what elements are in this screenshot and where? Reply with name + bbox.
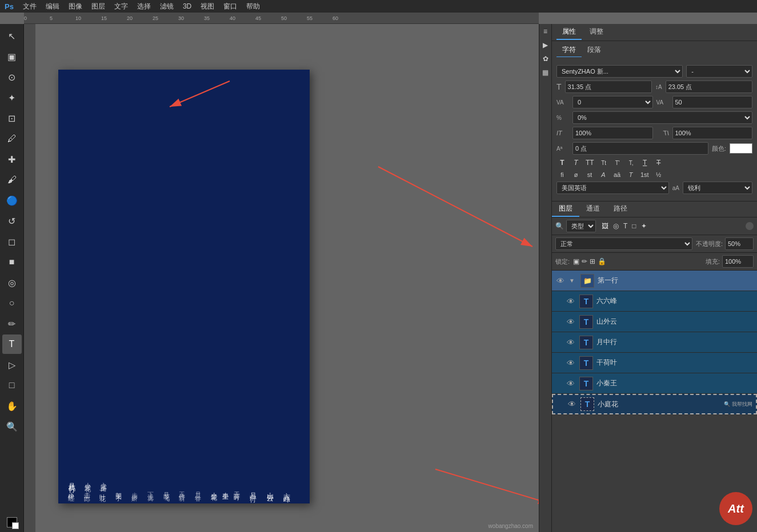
layer-item-4[interactable]: 👁 T 干荷叶 — [552, 353, 757, 373]
italic-btn[interactable]: T — [570, 158, 582, 168]
allcaps-btn[interactable]: TT — [584, 158, 596, 168]
zoom-tool[interactable]: 🔍 — [2, 417, 22, 436]
marquee-tool[interactable]: ▣ — [2, 47, 22, 66]
brush-tool[interactable]: 🖌 — [2, 170, 22, 190]
tab-properties[interactable]: 属性 — [556, 25, 582, 40]
type-tool[interactable]: T — [2, 334, 22, 354]
canvas-area[interactable]: 六六峰 山外云 月中行 干荷叶小秦王小庭花 月二春 玉竹斩 悬花飞 下洗篱 步步… — [35, 24, 539, 532]
color-swatch[interactable] — [730, 143, 752, 154]
menu-type[interactable]: 文字 — [114, 2, 128, 11]
eye-icon-3[interactable]: 👁 — [566, 338, 576, 347]
vert-scale-input[interactable] — [572, 127, 653, 139]
menu-help[interactable]: 帮助 — [246, 2, 260, 11]
lock-artboard-icon[interactable]: ⊞ — [590, 257, 595, 265]
move-tool[interactable]: ↖ — [2, 26, 22, 46]
eye-icon-1[interactable]: 👁 — [566, 297, 576, 306]
ligatures-btn[interactable]: fi — [556, 170, 568, 179]
fill-input[interactable] — [722, 255, 754, 268]
underline-btn[interactable]: T — [639, 158, 651, 168]
titling-btn[interactable]: aā — [611, 170, 623, 179]
layer-filter-smart[interactable]: ✦ — [640, 221, 648, 231]
font-family-select[interactable]: SentyZHAO 新... — [556, 65, 683, 78]
att-badge[interactable]: Att — [719, 492, 752, 525]
eyedropper-tool[interactable]: 🖊 — [2, 129, 22, 148]
layer-item-2[interactable]: 👁 T 山外云 — [552, 312, 757, 332]
lock-pixels-icon[interactable]: ▣ — [573, 257, 579, 265]
eye-icon-4[interactable]: 👁 — [566, 358, 576, 368]
contextual-btn[interactable]: T — [625, 170, 636, 179]
stamp-tool[interactable]: 🔵 — [2, 191, 22, 210]
menu-3d[interactable]: 3D — [183, 2, 191, 10]
horiz-scale-input[interactable] — [672, 127, 753, 139]
layer-filter-toggle[interactable] — [746, 222, 754, 230]
blend-mode-select[interactable]: 正常 — [555, 237, 692, 250]
pen-tool[interactable]: ✏ — [2, 314, 22, 333]
shape-tool[interactable]: □ — [2, 376, 22, 395]
blur-tool[interactable]: ◎ — [2, 273, 22, 292]
line-height-input[interactable] — [666, 80, 752, 93]
oldstyle-btn[interactable]: ø — [570, 170, 582, 179]
font-size-input[interactable] — [565, 80, 652, 93]
swash-btn[interactable]: A — [598, 170, 609, 179]
eye-icon-group[interactable]: 👁 — [555, 276, 566, 285]
properties-icon[interactable]: ≡ — [540, 26, 551, 37]
layer-type-filter[interactable]: 类型 — [566, 220, 596, 232]
menu-image[interactable]: 图像 — [69, 2, 82, 11]
crop-tool[interactable]: ⊡ — [2, 108, 22, 128]
menu-layer[interactable]: 图层 — [91, 2, 105, 11]
percent-select[interactable]: 0% — [572, 111, 752, 124]
fraction-btn[interactable]: ½ — [653, 170, 664, 179]
layer-item-1[interactable]: 👁 T 六六峰 — [552, 291, 757, 312]
menu-edit[interactable]: 编辑 — [46, 2, 59, 11]
eye-icon-2[interactable]: 👁 — [566, 317, 576, 327]
kerning-select[interactable]: 0 — [572, 96, 653, 108]
baseline-input[interactable] — [572, 142, 708, 155]
gradient-tool[interactable]: ■ — [2, 252, 22, 272]
layer-item-6[interactable]: 👁 T 小庭花 🔍 我帮找网 — [552, 394, 757, 414]
tab-paths[interactable]: 路径 — [607, 201, 634, 217]
tab-layers[interactable]: 图层 — [552, 201, 579, 217]
layer-filter-adj[interactable]: ◎ — [612, 221, 620, 231]
wand-tool[interactable]: ✦ — [2, 88, 22, 107]
history-tool[interactable]: ↺ — [2, 211, 22, 231]
layer-filter-shape[interactable]: □ — [631, 221, 637, 231]
play-icon[interactable]: ▶ — [540, 40, 551, 50]
menu-filter[interactable]: 滤镜 — [160, 2, 174, 11]
lasso-tool[interactable]: ⊙ — [2, 67, 22, 87]
menu-view[interactable]: 视图 — [201, 2, 214, 11]
ordinal-btn[interactable]: 1st — [639, 170, 651, 179]
tab-channels[interactable]: 通道 — [579, 201, 607, 217]
lock-all-icon[interactable]: 🔒 — [598, 257, 606, 265]
font-style-select[interactable]: - — [686, 65, 752, 78]
hand-tool[interactable]: ✋ — [2, 396, 22, 416]
layer-group-first-row[interactable]: 👁 ▼ 📁 第一行 — [552, 271, 757, 291]
path-select-tool[interactable]: ▷ — [2, 355, 22, 374]
antialias-select[interactable]: 锐利 — [683, 182, 752, 194]
subscript-btn[interactable]: T, — [626, 159, 637, 167]
layer-filter-image[interactable]: 🖼 — [600, 221, 610, 231]
grid-icon[interactable]: ▦ — [540, 67, 551, 78]
eraser-tool[interactable]: ◻ — [2, 232, 22, 251]
tracking-input[interactable] — [672, 96, 753, 108]
layer-item-5[interactable]: 👁 T 小秦王 — [552, 373, 757, 394]
eye-icon-6[interactable]: 👁 — [567, 400, 577, 409]
lock-position-icon[interactable]: ✏ — [582, 257, 587, 265]
expand-icon-group[interactable]: ▼ — [569, 277, 577, 284]
menu-file[interactable]: 文件 — [23, 2, 37, 11]
layer-filter-text[interactable]: T — [622, 221, 628, 231]
settings-icon[interactable]: ✿ — [540, 54, 551, 64]
smallcaps-btn[interactable]: Tt — [598, 159, 610, 167]
heal-tool[interactable]: ✚ — [2, 150, 22, 169]
opacity-input[interactable] — [725, 237, 754, 250]
tab-character[interactable]: 字符 — [556, 43, 582, 57]
dodge-tool[interactable]: ○ — [2, 293, 22, 313]
tab-paragraph[interactable]: 段落 — [582, 43, 607, 57]
tab-adjust[interactable]: 调整 — [584, 25, 609, 40]
menu-window[interactable]: 窗口 — [223, 2, 237, 11]
layer-item-3[interactable]: 👁 T 月中行 — [552, 332, 757, 353]
superscript-btn[interactable]: T' — [612, 159, 623, 167]
language-select[interactable]: 美国英语 — [556, 182, 669, 194]
bold-btn[interactable]: T — [556, 158, 568, 168]
eye-icon-5[interactable]: 👁 — [566, 379, 576, 388]
menu-select[interactable]: 选择 — [137, 2, 151, 11]
